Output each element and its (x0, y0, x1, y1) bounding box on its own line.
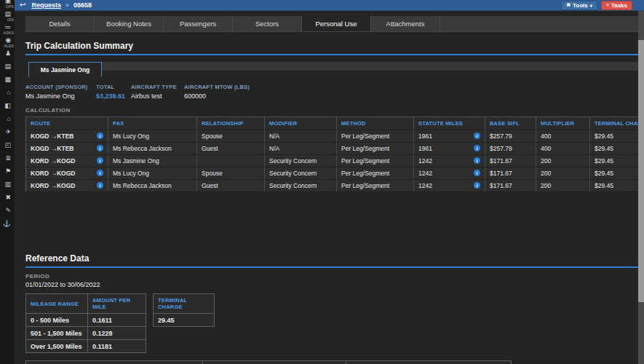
info-icon[interactable]: i (97, 170, 103, 176)
amount-cell: 0.1228 (88, 327, 146, 340)
sidebar-item-ops[interactable]: ▣ OPS (0, 0, 15, 9)
method-cell: Per Leg/Segment (337, 167, 414, 180)
sidebar-item-briefcase[interactable]: ▦ (0, 76, 15, 88)
flag-icon: ⚑ (5, 167, 11, 175)
sidebar: ▣ OPS ▤ IDS ≔ ASKS ◉ ALES ♟ ▤ ▦ ⌂ ◧ (0, 0, 15, 364)
sidebar-item-fuel[interactable]: ◧ (0, 102, 15, 114)
aircraft-type-field: AIRCRAFT TYPE Airbus test (131, 84, 184, 100)
hotel-icon: ⌂ (7, 115, 11, 122)
sidebar-item-maintenance[interactable]: ✖ (0, 194, 15, 206)
mileage-range-cell: Over 1,500 Miles (26, 340, 88, 353)
relationship-cell: Spouse (197, 130, 265, 143)
accounts-icon: ▤ (4, 63, 11, 70)
back-icon[interactable]: ↩ (20, 0, 25, 10)
sidebar-item-crew[interactable]: ♟ (0, 50, 15, 62)
table-row: 29.45 (154, 314, 215, 327)
sidebar-item-checklist[interactable]: ≣ (0, 154, 15, 167)
mileage-header-row: MILEAGE RANGE AMOUNT PER MILE (26, 294, 146, 314)
tab-booking-notes[interactable]: Booking Notes (95, 16, 164, 31)
sidebar-item-services[interactable]: ✎ (0, 207, 15, 219)
trip-calculation-summary-title: Trip Calculation Summary (25, 41, 638, 55)
reference-data-title: Reference Data (25, 253, 638, 268)
breadcrumb-record-id: 08658 (73, 1, 92, 9)
sidebar-item-flag[interactable]: ⚑ (0, 167, 15, 180)
col-terminal-charge: TERMINAL CHARGE (154, 294, 215, 314)
relationship-cell: Guest (197, 180, 265, 192)
col-mileage-range: MILEAGE RANGE (26, 294, 88, 314)
sifl-cell: $171.67 (485, 155, 536, 167)
crew-icon: ♟ (5, 50, 11, 57)
multiplier-cell: 400 (536, 130, 590, 143)
tab-passengers[interactable]: Passengers (164, 16, 233, 31)
tools-button-label: Tools (573, 2, 588, 9)
sidebar-item-aircraft[interactable]: ✈ (0, 128, 15, 141)
sidebar-item-sales[interactable]: ◉ ALES (0, 36, 15, 49)
sidebar-item-chart[interactable]: ▥ (0, 181, 15, 193)
multiplier-cell: 400 (536, 143, 590, 155)
sidebar-item-company[interactable]: ⌂ (0, 89, 15, 101)
modifier-cell: Security Concern (265, 167, 337, 180)
miles-cell: 1961i (414, 130, 485, 143)
table-row: KORD →KOGDi Ms Rebecca Jackson Guest Sec… (26, 180, 639, 192)
breadcrumb-requests-link[interactable]: Requests (31, 1, 61, 9)
relationship-cell (197, 155, 265, 167)
sidebar-item-anchor[interactable]: ⚓ (0, 220, 15, 232)
aircraft-mtow-field: AIRCRAFT MTOW (LBS) 600000 (184, 84, 250, 100)
sidebar-label-ops: OPS (6, 4, 14, 9)
tasks-list-icon: ≡ (606, 2, 609, 8)
modifier-cell: N/A (265, 143, 337, 155)
period-label: PERIOD (25, 273, 638, 280)
sidebar-item-hotel[interactable]: ⌂ (0, 115, 15, 127)
tasks-button[interactable]: ≡ Tasks (601, 1, 632, 10)
tools-button[interactable]: ✖ Tools ▾ (561, 1, 597, 10)
sales-icon: ◉ (5, 36, 11, 44)
info-icon[interactable]: i (474, 182, 480, 189)
terminal-cell: $29.45 (590, 130, 639, 143)
info-icon[interactable]: i (97, 145, 103, 151)
vertical-scrollbar[interactable] (638, 11, 644, 364)
route-cell: KORD →KOGDi (26, 180, 108, 192)
info-icon[interactable]: i (97, 132, 103, 139)
tab-details[interactable]: Details (25, 16, 95, 31)
tab-attachments[interactable]: Attachments (371, 16, 440, 31)
sidebar-item-hangar[interactable]: ◰ (0, 141, 15, 154)
total-value-link[interactable]: $3,239.61 (96, 92, 131, 100)
sidebar-item-bids[interactable]: ▤ IDS (0, 10, 15, 23)
calculation-header-row: ROUTE PAX RELATIONSHIP MODIFIER METHOD S… (26, 117, 639, 130)
aircraft-type-label: AIRCRAFT TYPE (131, 84, 184, 90)
weight-header-row: MAXIMUM CERTIFIED TAKEOFF WEIGHT OF THE … (26, 361, 512, 364)
table-row: KORD →KOGDi Ms Lucy Ong Spouse Security … (26, 167, 639, 180)
passenger-tab-jasmine-ong[interactable]: Ms Jasmine Ong (28, 62, 102, 77)
info-icon[interactable]: i (474, 132, 480, 139)
tab-personal-use[interactable]: Personal Use (302, 16, 371, 31)
info-icon[interactable]: i (97, 182, 103, 189)
pax-cell: Ms Lucy Ong (108, 130, 197, 143)
calculation-table: ROUTE PAX RELATIONSHIP MODIFIER METHOD S… (25, 116, 638, 192)
col-base-sifl: BASE SIFL (485, 117, 536, 130)
table-row: KOGD →KTEBi Ms Rebecca Jackson Guest N/A… (26, 143, 639, 155)
pax-cell: Ms Rebecca Jackson (108, 180, 197, 192)
info-icon[interactable]: i (474, 145, 480, 151)
terminal-charge-table: TERMINAL CHARGE 29.45 (153, 293, 215, 327)
mileage-range-cell: 0 - 500 Miles (26, 314, 88, 327)
miles-cell: 1961i (414, 143, 485, 155)
sidebar-label-tasks: ASKS (4, 31, 14, 35)
breadcrumb-separator: » (65, 1, 69, 9)
terminal-cell: $29.45 (590, 167, 639, 180)
sifl-cell: $171.67 (485, 167, 536, 180)
sidebar-item-tasks[interactable]: ≔ ASKS (0, 23, 15, 36)
scrollbar-thumb[interactable] (638, 40, 644, 302)
amount-cell: 0.1611 (88, 314, 146, 327)
info-icon[interactable]: i (474, 157, 480, 164)
sidebar-item-accounts[interactable]: ▤ (0, 63, 15, 75)
tab-bar: Details Booking Notes Passengers Sectors… (25, 16, 638, 32)
account-sponsor-label: ACCOUNT (SPONSOR) (25, 84, 96, 90)
info-icon[interactable]: i (474, 170, 480, 176)
col-terminal-charge: TERMINAL CHARGE (590, 117, 639, 130)
info-icon[interactable]: i (97, 157, 103, 164)
pax-cell: Ms Lucy Ong (108, 167, 197, 180)
aircraft-mtow-label: AIRCRAFT MTOW (LBS) (184, 84, 250, 90)
total-field: TOTAL $3,239.61 (96, 84, 131, 100)
multiplier-cell: 200 (536, 167, 590, 180)
tab-sectors[interactable]: Sectors (233, 16, 302, 31)
